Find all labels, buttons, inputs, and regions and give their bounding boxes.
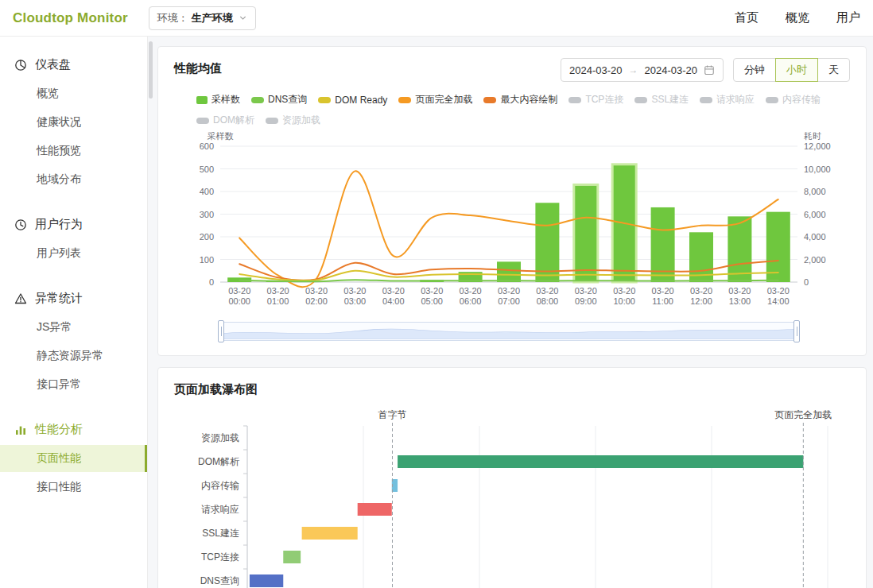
legend-item-ssl-connect[interactable]: SSL建连 [634,93,689,106]
sidebar-item-perf-preview[interactable]: 性能预览 [0,137,147,164]
svg-text:2,000: 2,000 [804,255,826,265]
warning-icon [14,292,27,305]
svg-text:03-2014:00: 03-2014:00 [767,286,790,306]
sidebar-group-label: 用户行为 [35,217,83,232]
legend-marker [318,97,331,103]
sidebar-group-user-behavior[interactable]: 用户行为 [0,211,147,238]
bar-chart-icon [14,424,27,436]
legend-item-tcp-connect[interactable]: TCP连接 [568,93,623,106]
sidebar-group-dashboard[interactable]: 仪表盘 [0,51,147,79]
datazoom-right-handle[interactable] [793,320,800,342]
chart-datazoom-slider[interactable] [220,322,797,341]
svg-text:0: 0 [804,277,809,287]
legend-item-sample-count[interactable]: 采样数 [196,93,240,106]
legend-marker [634,97,647,103]
legend-marker [483,97,496,103]
sidebar-item-geo-distribution[interactable]: 地域分布 [0,166,147,193]
sidebar-item-api-errors[interactable]: 接口异常 [0,371,147,398]
page-load-waterfall-chart: 资源加载DOM解析内容传输请求响应SSL建连TCP连接DNS查询首字节页面完全加… [174,405,850,588]
sidebar-item-api-performance[interactable]: 接口性能 [0,474,147,501]
sidebar: 仪表盘 概览 健康状况 性能预览 地域分布 用户行为 用户列表 异常统计 JS异… [0,37,148,588]
legend-label: 采样数 [211,93,240,106]
svg-text:03-2004:00: 03-2004:00 [382,286,405,306]
granularity-day-button[interactable]: 天 [817,58,850,82]
svg-text:10,000: 10,000 [804,164,831,174]
svg-text:内容传输: 内容传输 [201,480,239,491]
svg-text:03-2003:00: 03-2003:00 [343,286,366,306]
svg-text:600: 600 [200,141,214,151]
legend-label: 资源加载 [282,114,320,127]
granularity-toggle: 分钟 小时 天 [733,58,850,82]
legend-marker [568,97,581,103]
sidebar-group: 异常统计 JS异常 静态资源异常 接口异常 [0,284,147,398]
legend-item-request-response[interactable]: 请求响应 [700,93,755,106]
legend-item-dom-parse[interactable]: DOM解析 [196,114,254,127]
svg-text:SSL建连: SSL建连 [202,528,239,539]
scrollbar-thumb[interactable] [149,41,153,99]
sidebar-group-label: 仪表盘 [35,57,71,72]
legend-item-dom-ready[interactable]: DOM Ready [318,95,387,106]
legend-item-content-transfer[interactable]: 内容传输 [766,93,821,106]
legend-label: TCP连接 [585,93,623,106]
legend-item-page-full-load[interactable]: 页面完全加载 [398,93,472,106]
svg-text:页面完全加载: 页面完全加载 [774,409,832,420]
svg-text:12,000: 12,000 [804,141,831,151]
svg-text:03-2005:00: 03-2005:00 [421,286,443,306]
datazoom-area [221,323,797,340]
top-header: Cloudtop Monitor 环境： 生产环境 首页 概览 用户 [0,0,873,37]
app-logo: Cloudtop Monitor [13,10,128,26]
svg-text:03-2006:00: 03-2006:00 [460,286,482,306]
sidebar-group-label: 性能分析 [35,422,83,437]
sidebar-item-health[interactable]: 健康状况 [0,109,147,136]
datazoom-left-handle[interactable] [218,320,224,342]
sidebar-item-js-errors[interactable]: JS异常 [0,314,147,341]
chart-legend: 采样数 DNS查询 DOM Ready 页面完全加载 最大内容绘制 TCP连接 … [196,93,848,127]
nav-overview[interactable]: 概览 [786,10,809,25]
performance-average-card: 性能均值 2024-03-20 → 2024-03-20 分钟 小时 天 [157,46,867,356]
legend-item-dns-query[interactable]: DNS查询 [251,93,307,106]
legend-label: 请求响应 [716,93,755,106]
sidebar-item-page-performance[interactable]: 页面性能 [0,445,147,472]
calendar-icon [704,64,715,75]
sidebar-item-overview[interactable]: 概览 [0,80,147,107]
date-from: 2024-03-20 [569,64,623,76]
chevron-down-icon [239,14,247,22]
performance-card-title: 性能均值 [174,58,222,76]
svg-text:4,000: 4,000 [804,232,826,242]
sidebar-item-static-resource-errors[interactable]: 静态资源异常 [0,342,147,369]
svg-text:03-2009:00: 03-2009:00 [575,286,597,306]
top-nav: 首页 概览 用户 [735,10,862,25]
granularity-minute-button[interactable]: 分钟 [733,58,776,82]
environment-select[interactable]: 环境： 生产环境 [149,6,256,30]
legend-marker [398,97,411,103]
svg-text:03-2012:00: 03-2012:00 [690,286,712,306]
legend-label: SSL建连 [651,93,689,106]
svg-text:03-2002:00: 03-2002:00 [305,286,328,306]
legend-item-lcp[interactable]: 最大内容绘制 [483,93,557,106]
svg-text:首字节: 首字节 [378,409,407,420]
svg-text:500: 500 [200,164,214,174]
sidebar-group: 仪表盘 概览 健康状况 性能预览 地域分布 [0,51,147,193]
svg-text:6,000: 6,000 [804,210,826,219]
svg-text:100: 100 [200,255,214,265]
svg-text:03-2008:00: 03-2008:00 [536,286,558,306]
svg-text:DOM解析: DOM解析 [198,456,239,467]
legend-item-resource-load[interactable]: 资源加载 [266,114,320,127]
legend-label: 页面完全加载 [415,93,472,106]
svg-text:耗时: 耗时 [804,132,821,141]
sidebar-group-error-stats[interactable]: 异常统计 [0,284,147,312]
environment-label: 环境： [157,11,188,25]
date-range-picker[interactable]: 2024-03-20 → 2024-03-20 [561,58,724,82]
legend-marker [196,96,208,104]
sidebar-group-perf-analysis[interactable]: 性能分析 [0,416,147,443]
svg-text:03-2001:00: 03-2001:00 [267,286,289,306]
svg-text:300: 300 [200,210,214,219]
nav-user[interactable]: 用户 [836,10,860,25]
granularity-hour-button[interactable]: 小时 [775,58,818,82]
nav-home[interactable]: 首页 [735,10,759,25]
page-load-waterfall-card: 页面加载瀑布图 资源加载DOM解析内容传输请求响应SSL建连TCP连接DNS查询… [157,367,867,588]
waterfall-card-title: 页面加载瀑布图 [174,379,850,397]
sidebar-item-user-list[interactable]: 用户列表 [0,240,147,267]
legend-marker [766,97,778,103]
legend-marker [251,97,264,103]
